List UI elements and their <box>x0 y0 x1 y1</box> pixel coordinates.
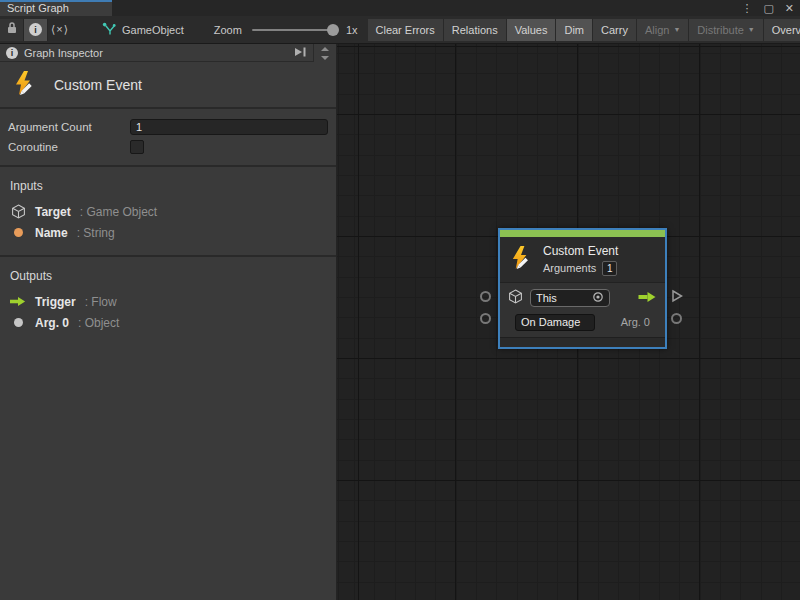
node-color-bar <box>500 230 665 237</box>
inputs-section-title: Inputs <box>8 177 328 201</box>
carry-button[interactable]: Carry <box>593 19 637 41</box>
window-controls: ⋮ ▢ ✕ <box>741 0 794 16</box>
toolbar-buttons: Clear Errors Relations Values Dim Carry … <box>368 19 800 41</box>
node-row-name: On Damage Arg. 0 <box>508 310 657 334</box>
port-type: : Flow <box>85 295 117 309</box>
outputs-section: Outputs Trigger : Flow Arg. 0 : Object <box>0 257 336 345</box>
argument-count-input[interactable] <box>130 119 328 135</box>
clear-errors-button[interactable]: Clear Errors <box>368 19 444 41</box>
dock-panel-icon[interactable] <box>293 44 307 62</box>
port-type: : Game Object <box>80 205 157 219</box>
tab-script-graph[interactable]: Script Graph <box>0 0 112 16</box>
coroutine-row: Coroutine <box>8 137 328 157</box>
cube-icon <box>10 204 26 219</box>
node-header: Custom Event Arguments 1 <box>500 237 665 283</box>
port-name: Arg. 0 <box>35 316 69 330</box>
code-view-button[interactable]: ⟨×⟩ <box>48 19 72 41</box>
port-name: Target <box>35 205 71 219</box>
port-name: Name <box>35 226 68 240</box>
custom-event-icon <box>12 70 38 100</box>
cube-icon <box>508 289 523 308</box>
node-name-field[interactable]: On Damage <box>515 314 595 331</box>
maximize-icon[interactable]: ▢ <box>763 0 773 16</box>
argument-count-label: Argument Count <box>8 121 130 133</box>
button-label: Carry <box>601 24 628 36</box>
relations-button[interactable]: Relations <box>444 19 507 41</box>
flow-port-triangle[interactable] <box>671 289 683 307</box>
gameobject-label: GameObject <box>122 24 184 36</box>
output-port-trigger: Trigger : Flow <box>8 291 328 312</box>
close-icon[interactable]: ✕ <box>785 0 794 16</box>
zoom-label: Zoom <box>214 24 242 36</box>
button-label: Overv <box>772 24 800 36</box>
node-body: This <box>500 283 665 337</box>
values-toggle-button[interactable]: Values <box>507 19 557 41</box>
lock-icon <box>6 21 18 39</box>
node-row-target: This <box>508 286 657 310</box>
object-picker-icon[interactable] <box>592 291 604 305</box>
button-label: Values <box>515 24 548 36</box>
button-label: Relations <box>452 24 498 36</box>
titlebar: Script Graph ⋮ ▢ ✕ <box>0 0 800 16</box>
port-name: Trigger <box>35 295 76 309</box>
zoom-value: 1x <box>346 24 358 36</box>
port-type: : String <box>77 226 115 240</box>
unit-header: Custom Event <box>0 62 336 109</box>
gray-dot-icon <box>10 318 26 327</box>
scroll-down-button[interactable] <box>314 53 336 62</box>
custom-event-icon <box>509 245 534 274</box>
input-port-target: Target : Game Object <box>8 201 328 222</box>
node-target-value: This <box>536 292 592 304</box>
chevron-up-icon <box>321 47 329 51</box>
dim-toggle-button[interactable]: Dim <box>556 19 593 41</box>
button-label: Distribute <box>697 24 743 36</box>
lock-button[interactable] <box>0 19 24 41</box>
button-label: Dim <box>564 24 584 36</box>
output-port-circle[interactable] <box>671 313 682 324</box>
node-title: Custom Event <box>543 244 618 258</box>
argument-count-row: Argument Count <box>8 117 328 137</box>
graph-toolbar: i ⟨×⟩ GameObject Zoom 1x Clear Errors Re… <box>0 16 800 44</box>
distribute-dropdown-button[interactable]: Distribute ▼ <box>689 19 763 41</box>
code-icon: ⟨×⟩ <box>51 23 69 36</box>
flow-arrow-icon[interactable] <box>638 289 657 307</box>
chevron-down-icon: ▼ <box>748 26 755 33</box>
zoom-slider-handle[interactable] <box>327 24 339 36</box>
output-port-arg0: Arg. 0 : Object <box>8 312 328 333</box>
chevron-down-icon: ▼ <box>673 26 680 33</box>
scroll-up-button[interactable] <box>314 44 336 53</box>
graph-inspector-title: Graph Inspector <box>24 47 287 59</box>
input-port-circle[interactable] <box>480 291 491 302</box>
button-label: Clear Errors <box>376 24 435 36</box>
inputs-section: Inputs Target : Game Object Name : Strin… <box>0 167 336 257</box>
window-menu-icon[interactable]: ⋮ <box>741 0 752 16</box>
graph-inspector-header: i Graph Inspector <box>0 44 314 62</box>
coroutine-label: Coroutine <box>8 141 130 153</box>
node-target-dropdown[interactable]: This <box>530 289 610 307</box>
flow-arrow-icon <box>10 296 26 307</box>
inspector-toggle-button[interactable]: i <box>24 19 48 41</box>
graph-inspector-panel: i Graph Inspector Custom Event Argument … <box>0 44 337 600</box>
outputs-section-title: Outputs <box>8 267 328 291</box>
node-arguments-count[interactable]: 1 <box>602 261 617 276</box>
gameobject-breadcrumb[interactable]: GameObject <box>102 22 184 38</box>
coroutine-checkbox[interactable] <box>130 140 144 154</box>
gameobject-icon <box>102 22 116 38</box>
node-footer <box>500 337 665 347</box>
input-port-circle[interactable] <box>480 313 491 324</box>
node-arguments-label: Arguments <box>543 262 596 274</box>
zoom-control: Zoom 1x <box>214 24 364 36</box>
orange-dot-icon <box>10 228 26 237</box>
panel-scroll-spinner <box>314 44 336 62</box>
input-port-name: Name : String <box>8 222 328 243</box>
custom-event-node[interactable]: Custom Event Arguments 1 This <box>498 228 667 349</box>
align-dropdown-button[interactable]: Align ▼ <box>637 19 689 41</box>
chevron-down-icon <box>321 56 329 60</box>
node-arg-label: Arg. 0 <box>621 316 650 328</box>
info-icon: i <box>29 23 42 36</box>
overview-button[interactable]: Overv <box>764 19 800 41</box>
graph-canvas[interactable]: Custom Event Arguments 1 This <box>337 44 800 600</box>
zoom-slider[interactable] <box>252 29 337 31</box>
unit-settings: Argument Count Coroutine <box>0 109 336 167</box>
node-name-value: On Damage <box>521 316 580 328</box>
